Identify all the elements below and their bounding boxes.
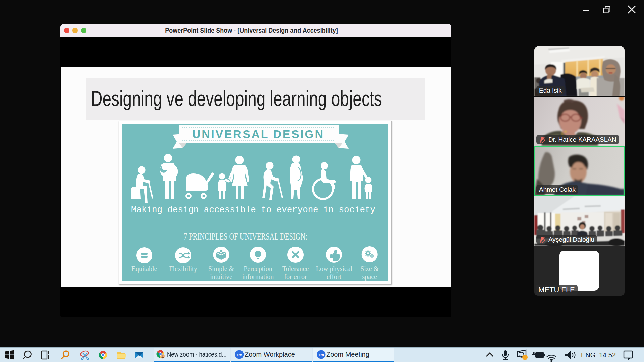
svg-text:effort: effort	[327, 273, 341, 280]
svg-text:for error: for error	[284, 273, 307, 280]
svg-text:zm: zm	[318, 353, 324, 357]
svg-text:Making design accessible to ev: Making design accessible to everyone in …	[131, 205, 375, 215]
svg-text:zm: zm	[236, 353, 242, 357]
svg-text:Tolerance: Tolerance	[282, 265, 309, 273]
svg-text:Low physical: Low physical	[316, 265, 353, 273]
svg-text:information: information	[242, 273, 274, 280]
svg-text:Perception: Perception	[244, 265, 272, 273]
svg-text:Flexibility: Flexibility	[169, 265, 197, 273]
svg-text:intuitive: intuitive	[210, 273, 232, 280]
svg-text:space: space	[362, 273, 377, 281]
svg-text:Equitable: Equitable	[131, 265, 157, 273]
svg-text:UNIVERSAL DESIGN: UNIVERSAL DESIGN	[192, 128, 326, 140]
svg-text:Size &: Size &	[360, 265, 379, 273]
svg-text:Simple &: Simple &	[208, 265, 234, 273]
svg-text:7 PRINCIPLES OF UNIVERSAL DESI: 7 PRINCIPLES OF UNIVERSAL DESIGN:	[184, 231, 307, 242]
